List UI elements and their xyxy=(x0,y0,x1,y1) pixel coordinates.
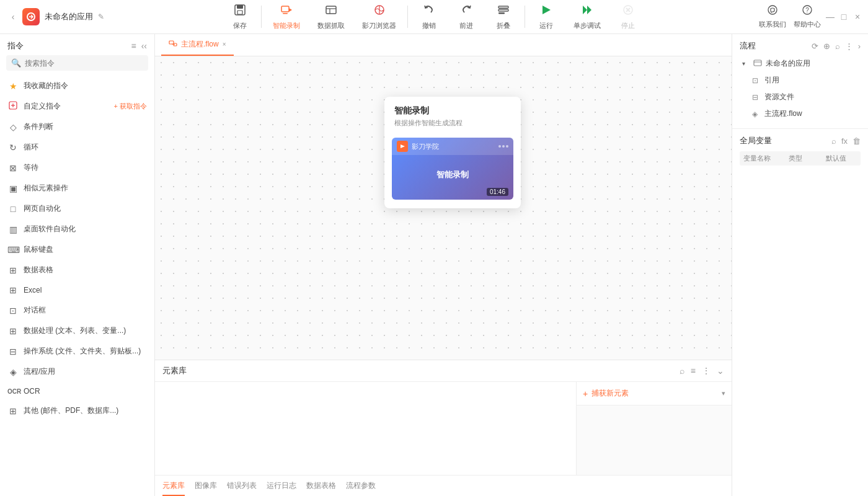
smart-record-label: 智能录制 xyxy=(273,21,300,30)
data-capture-button[interactable]: 数据抓取 xyxy=(309,1,353,33)
stop-label: 停止 xyxy=(621,21,635,30)
dot-1 xyxy=(498,145,501,148)
sidebar-list: ★ 我收藏的指令 自定义指令 + 获取指令 ◇ 条件判断 ↻ 循环 ⊠ 等待 xyxy=(0,76,154,496)
get-instruction-action[interactable]: + 获取指令 xyxy=(114,102,147,111)
sidebar-item-data-table[interactable]: ⊞ 数据表格 xyxy=(0,260,154,280)
var-header: 全局变量 ⌕ fx 🗑 xyxy=(740,135,861,146)
tab-bar: 主流程.flow × xyxy=(155,34,732,56)
delete-var-icon[interactable]: 🗑 xyxy=(852,136,861,146)
popup-video[interactable]: 影刀学院 智能录制 01:46 xyxy=(392,138,513,200)
tree-app-root[interactable]: ▾ 未命名的应用 xyxy=(740,55,861,72)
smart-record-popup: 智能录制 根据操作智能生成流程 影刀学院 xyxy=(384,97,521,208)
add-var-icon[interactable]: fx xyxy=(841,136,848,146)
sidebar-item-other[interactable]: ⊞ 其他 (邮件、PDF、数据库...) xyxy=(0,401,154,421)
help-label: 帮助中心 xyxy=(794,20,821,29)
sidebar-sort-icon[interactable]: ≡ xyxy=(131,41,136,51)
run-button[interactable]: 运行 xyxy=(528,1,565,33)
app-name-label: 未命名的应用 xyxy=(766,58,810,69)
var-col-type: 类型 xyxy=(789,154,826,163)
more-elements-icon[interactable]: ⋮ xyxy=(702,366,711,376)
sidebar-actions: ≡ ‹‹ xyxy=(131,41,148,51)
svg-rect-7 xyxy=(326,6,336,14)
sidebar-item-os[interactable]: ⊟ 操作系统 (文件、文件夹、剪贴板...) xyxy=(0,341,154,361)
back-button[interactable]: ‹ xyxy=(9,12,17,21)
smart-record-button[interactable]: 智能录制 xyxy=(264,1,309,33)
help-button[interactable]: ? 帮助中心 xyxy=(794,4,821,29)
bottom-tab-element-lib[interactable]: 元素库 xyxy=(162,480,185,496)
bottom-tab-data-table[interactable]: 数据表格 xyxy=(306,480,336,496)
redo-button[interactable]: 前进 xyxy=(448,1,485,33)
stop-button[interactable]: 停止 xyxy=(609,1,647,33)
fold-button[interactable]: 折叠 xyxy=(485,1,522,33)
svg-rect-3 xyxy=(237,11,242,14)
undo-button[interactable]: 撤销 xyxy=(410,1,448,33)
tree-reference[interactable]: ⊡ 引用 xyxy=(740,72,861,89)
sidebar-item-condition[interactable]: ◇ 条件判断 xyxy=(0,117,154,137)
expand-flow-icon[interactable]: › xyxy=(858,42,861,51)
tree-main-flow[interactable]: ◈ 主流程.flow xyxy=(740,105,861,122)
popup-header: 智能录制 根据操作智能生成流程 xyxy=(384,97,521,131)
sidebar-item-loop[interactable]: ↻ 循环 xyxy=(0,137,154,157)
refresh-icon[interactable]: ⟳ xyxy=(812,42,818,51)
flow-tree-section: 流程 ⟳ ⊕ ⌕ ⋮ › ▾ 未命名的应用 ⊡ 引用 xyxy=(732,34,868,129)
sidebar-item-dialog[interactable]: ⊡ 对话框 xyxy=(0,300,154,321)
more-flow-icon[interactable]: ⋮ xyxy=(845,42,853,51)
capture-new-element-button[interactable]: + 捕获新元素 ▾ xyxy=(577,382,732,405)
blade-browser-button[interactable]: 影刀浏览器 xyxy=(353,1,405,33)
stop-icon xyxy=(621,3,635,20)
bottom-panel-actions: ⌕ ≡ ⋮ ⌄ xyxy=(680,366,724,376)
bottom-panel-title: 元素库 xyxy=(162,365,675,376)
close-window-button[interactable]: × xyxy=(853,12,862,21)
step-debug-button[interactable]: 单步调试 xyxy=(565,1,609,33)
sidebar-item-favorites[interactable]: ★ 我收藏的指令 xyxy=(0,76,154,96)
add-flow-icon[interactable]: ⊕ xyxy=(823,42,830,51)
edit-title-icon[interactable]: ✎ xyxy=(98,12,104,21)
sidebar-item-wait[interactable]: ⊠ 等待 xyxy=(0,157,154,178)
sidebar-item-flow-app[interactable]: ◈ 流程/应用 xyxy=(0,361,154,382)
svg-rect-27 xyxy=(169,41,174,44)
sidebar-collapse-icon[interactable]: ‹‹ xyxy=(141,41,147,51)
sort-elements-icon[interactable]: ≡ xyxy=(691,366,696,376)
tab-main-flow[interactable]: 主流程.flow × xyxy=(161,34,234,56)
sidebar-item-custom[interactable]: 自定义指令 + 获取指令 xyxy=(0,96,154,117)
sidebar-item-mouse-keyboard[interactable]: ⌨ 鼠标键盘 xyxy=(0,239,154,260)
search-var-icon[interactable]: ⌕ xyxy=(831,136,836,146)
var-table-header: 变量名称 类型 默认值 xyxy=(740,151,861,166)
loop-icon: ↻ xyxy=(7,143,19,153)
other-icon: ⊞ xyxy=(7,406,19,416)
data-table-label: 数据表格 xyxy=(24,265,147,275)
minimize-button[interactable]: — xyxy=(826,12,835,21)
step-debug-icon xyxy=(580,3,594,20)
search-flow-icon[interactable]: ⌕ xyxy=(835,42,840,51)
tree-resources[interactable]: ⊟ 资源文件 xyxy=(740,89,861,105)
svg-marker-16 xyxy=(583,6,587,14)
bottom-tab-flow-params[interactable]: 流程参数 xyxy=(346,480,376,496)
search-input[interactable] xyxy=(25,59,143,68)
condition-label: 条件判断 xyxy=(24,122,147,132)
undo-icon xyxy=(422,3,436,20)
capture-dropdown-arrow[interactable]: ▾ xyxy=(722,389,725,397)
contact-button[interactable]: 联系我们 xyxy=(759,4,786,29)
bottom-tab-error-list[interactable]: 错误列表 xyxy=(227,480,257,496)
center-content: 主流程.flow × 智能录制 根据操作智能生成流程 xyxy=(155,34,732,496)
sidebar-item-web-auto[interactable]: □ 网页自动化 xyxy=(0,198,154,219)
flow-canvas[interactable]: 智能录制 根据操作智能生成流程 影刀学院 xyxy=(155,56,732,360)
sidebar-item-ocr[interactable]: OCR OCR xyxy=(0,382,154,401)
mouse-keyboard-icon: ⌨ xyxy=(7,245,19,255)
bottom-tab-image-lib[interactable]: 图像库 xyxy=(195,480,217,496)
sidebar-item-similar-element[interactable]: ▣ 相似元素操作 xyxy=(0,178,154,198)
sidebar-item-desktop-auto[interactable]: ▥ 桌面软件自动化 xyxy=(0,219,154,239)
sidebar-item-data-process[interactable]: ⊞ 数据处理 (文本、列表、变量...) xyxy=(0,321,154,341)
tab-close-button[interactable]: × xyxy=(223,41,226,48)
mouse-keyboard-label: 鼠标键盘 xyxy=(24,244,147,255)
svg-marker-15 xyxy=(542,6,551,14)
favorites-label: 我收藏的指令 xyxy=(24,81,147,91)
collapse-bottom-icon[interactable]: ⌄ xyxy=(717,366,724,376)
resources-label: 资源文件 xyxy=(764,92,794,102)
search-elements-icon[interactable]: ⌕ xyxy=(680,366,684,376)
restore-button[interactable]: □ xyxy=(839,12,848,21)
save-button[interactable]: 保存 xyxy=(221,1,259,33)
sidebar-item-excel[interactable]: ⊞ Excel xyxy=(0,280,154,300)
bottom-tab-run-log[interactable]: 运行日志 xyxy=(267,480,296,496)
data-capture-label: 数据抓取 xyxy=(317,21,345,30)
